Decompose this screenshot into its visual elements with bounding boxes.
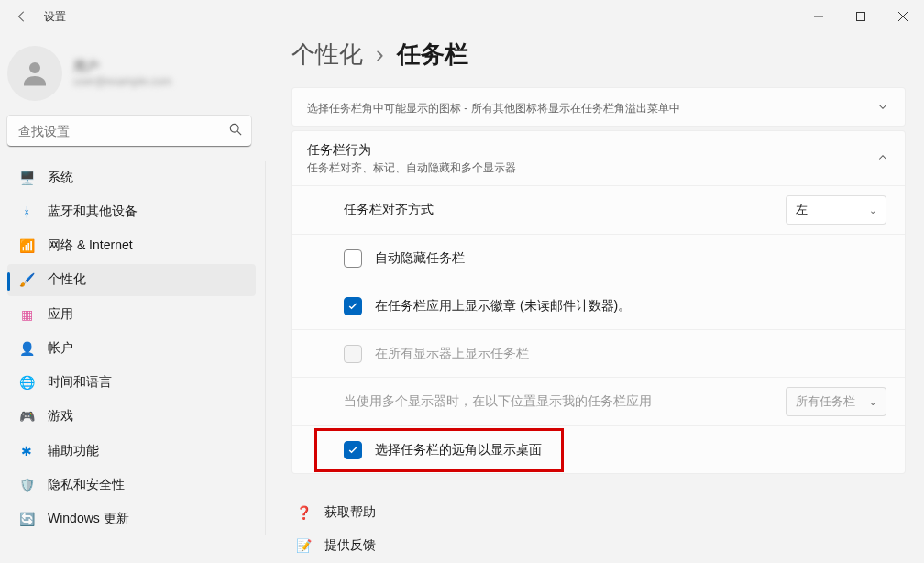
sidebar-item-icon: ᚼ: [18, 204, 35, 220]
sidebar-item-5[interactable]: 👤帐户: [7, 332, 256, 364]
auto-hide-label: 自动隐藏任务栏: [375, 250, 886, 267]
far-corner-label: 选择任务栏的远角以显示桌面: [375, 442, 886, 458]
sidebar-item-2[interactable]: 📶网络 & Internet: [7, 230, 256, 262]
feedback-label: 提供反馈: [324, 537, 376, 554]
sidebar-item-icon: 🔄: [18, 511, 35, 527]
sidebar-item-label: Windows 更新: [48, 511, 129, 527]
badges-checkbox[interactable]: [344, 297, 362, 315]
far-corner-checkbox[interactable]: [344, 441, 362, 459]
breadcrumb: 个性化 › 任务栏: [292, 39, 906, 71]
sidebar-item-label: 应用: [48, 306, 73, 323]
sidebar-item-10[interactable]: 🔄Windows 更新: [7, 503, 256, 535]
taskbar-behavior-title: 任务栏行为: [307, 142, 516, 159]
auto-hide-checkbox[interactable]: [344, 249, 362, 268]
sidebar-item-4[interactable]: ▦应用: [7, 298, 256, 330]
sidebar-item-7[interactable]: 🎮游戏: [7, 401, 256, 433]
sidebar-item-6[interactable]: 🌐时间和语言: [7, 367, 256, 399]
alignment-row: 任务栏对齐方式 左 ⌄: [292, 185, 905, 234]
corner-icons-subtitle: 选择任务栏角中可能显示的图标 - 所有其他图标将显示在任务栏角溢出菜单中: [307, 101, 680, 116]
sidebar-item-9[interactable]: 🛡️隐私和安全性: [7, 469, 256, 501]
chevron-up-icon: [877, 150, 888, 167]
all-displays-row: 在所有显示器上显示任务栏: [292, 329, 905, 377]
search-icon: [229, 123, 242, 139]
multi-display-label: 当使用多个显示器时，在以下位置显示我的任务栏应用: [344, 393, 786, 410]
sidebar-item-8[interactable]: ✱辅助功能: [7, 435, 256, 467]
feedback-link[interactable]: 📝 提供反馈: [292, 529, 906, 562]
far-corner-row[interactable]: 选择任务栏的远角以显示桌面: [292, 425, 905, 473]
get-help-label: 获取帮助: [324, 504, 376, 521]
badges-label: 在任务栏应用上显示徽章 (未读邮件计数器)。: [375, 298, 886, 315]
user-block[interactable]: 用户 user@example.com: [7, 42, 266, 116]
sidebar-item-label: 蓝牙和其他设备: [48, 204, 138, 220]
alignment-dropdown[interactable]: 左 ⌄: [786, 195, 886, 225]
user-name: 用户: [73, 59, 171, 75]
close-button[interactable]: [882, 2, 924, 31]
sidebar-item-label: 网络 & Internet: [48, 237, 133, 254]
sidebar-item-icon: 🛡️: [18, 477, 35, 493]
all-displays-checkbox: [344, 345, 362, 363]
breadcrumb-current: 任务栏: [397, 39, 468, 71]
chevron-down-icon: ⌄: [869, 205, 876, 215]
sidebar-item-0[interactable]: 🖥️系统: [7, 161, 256, 193]
all-displays-label: 在所有显示器上显示任务栏: [375, 346, 886, 362]
avatar: [7, 46, 62, 101]
auto-hide-row[interactable]: 自动隐藏任务栏: [292, 234, 905, 282]
sidebar-item-icon: 🖌️: [18, 271, 35, 288]
svg-rect-1: [857, 13, 865, 21]
sidebar-item-label: 时间和语言: [48, 374, 112, 391]
search-input[interactable]: [7, 116, 251, 147]
breadcrumb-parent[interactable]: 个性化: [292, 39, 363, 71]
badges-row[interactable]: 在任务栏应用上显示徽章 (未读邮件计数器)。: [292, 282, 905, 329]
user-email: user@example.com: [73, 75, 171, 88]
multi-display-dropdown: 所有任务栏 ⌄: [786, 387, 886, 416]
sidebar-item-label: 帐户: [48, 340, 73, 357]
sidebar-item-icon: ✱: [18, 443, 35, 459]
chevron-down-icon: ⌄: [869, 397, 876, 407]
sidebar-item-icon: 🌐: [18, 374, 35, 391]
sidebar-item-3[interactable]: 🖌️个性化: [7, 264, 256, 296]
sidebar-item-icon: 📶: [18, 237, 35, 254]
sidebar-item-icon: 🖥️: [18, 170, 35, 186]
search-container: [7, 116, 251, 147]
svg-point-5: [230, 124, 238, 132]
minimize-button[interactable]: [798, 2, 840, 31]
chevron-down-icon: [877, 99, 888, 116]
sidebar-item-icon: ▦: [18, 306, 35, 323]
multi-display-value: 所有任务栏: [796, 393, 855, 410]
breadcrumb-separator: ›: [376, 40, 384, 69]
sidebar-item-icon: 🎮: [18, 408, 35, 425]
taskbar-behavior-header[interactable]: 任务栏行为 任务栏对齐、标记、自动隐藏和多个显示器: [292, 131, 905, 185]
feedback-icon: 📝: [295, 538, 312, 553]
maximize-button[interactable]: [840, 2, 882, 31]
back-button[interactable]: [7, 2, 37, 31]
alignment-label: 任务栏对齐方式: [344, 202, 786, 218]
get-help-link[interactable]: ❓ 获取帮助: [292, 496, 906, 529]
taskbar-behavior-card: 任务栏行为 任务栏对齐、标记、自动隐藏和多个显示器 任务栏对齐方式 左 ⌄: [292, 130, 906, 474]
sidebar-item-icon: 👤: [18, 340, 35, 357]
multi-display-row: 当使用多个显示器时，在以下位置显示我的任务栏应用 所有任务栏 ⌄: [292, 377, 905, 425]
sidebar-item-label: 游戏: [48, 408, 73, 425]
alignment-value: 左: [796, 202, 808, 218]
help-icon: ❓: [295, 505, 312, 520]
taskbar-behavior-subtitle: 任务栏对齐、标记、自动隐藏和多个显示器: [307, 160, 516, 176]
sidebar-item-label: 个性化: [48, 271, 86, 288]
svg-line-6: [237, 131, 241, 135]
sidebar-item-1[interactable]: ᚼ蓝牙和其他设备: [7, 195, 256, 227]
svg-point-4: [29, 62, 40, 73]
corner-icons-card[interactable]: 选择任务栏角中可能显示的图标 - 所有其他图标将显示在任务栏角溢出菜单中: [292, 87, 906, 127]
window-title: 设置: [44, 9, 66, 25]
sidebar-item-label: 系统: [48, 170, 73, 186]
sidebar-item-label: 辅助功能: [48, 443, 99, 459]
sidebar-item-label: 隐私和安全性: [48, 477, 125, 493]
